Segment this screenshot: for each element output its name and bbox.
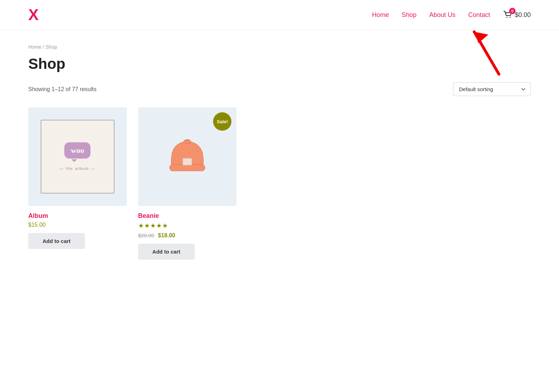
cart-price: $0.00	[515, 11, 531, 19]
product-price-beanie: $20.00 $18.00	[138, 232, 237, 239]
cart-badge: 0	[509, 8, 516, 14]
sale-badge: Sale!	[213, 112, 231, 131]
speech-bubble: woo	[64, 142, 90, 159]
nav-contact[interactable]: Contact	[468, 11, 490, 19]
beanie-svg	[164, 133, 210, 179]
album-price: $15.00	[28, 222, 46, 228]
beanie-sale-price: $18.00	[158, 232, 175, 238]
page-title: Shop	[28, 55, 531, 72]
product-card-beanie: Sale!	[138, 107, 237, 260]
album-artwork: woo — the album —	[41, 120, 114, 194]
breadcrumb-home[interactable]: Home	[28, 44, 41, 50]
product-name-album[interactable]: Album	[28, 212, 127, 220]
main-content: Home / Shop Shop Showing 1–12 of 77 resu…	[0, 30, 559, 274]
main-nav: Home Shop About Us Contact 0 $0.00	[372, 10, 531, 20]
svg-point-3	[510, 17, 511, 18]
site-header: X Home Shop About Us Contact 0 $0.00	[0, 0, 559, 30]
beanie-stars: ★★★★★	[138, 222, 237, 230]
nav-shop[interactable]: Shop	[402, 11, 417, 19]
cart-area[interactable]: 0 $0.00	[503, 10, 531, 20]
beanie-artwork	[150, 120, 224, 194]
product-price-album: $15.00	[28, 222, 127, 228]
add-to-cart-beanie[interactable]: Add to cart	[138, 244, 195, 260]
product-image-album[interactable]: woo — the album —	[28, 107, 127, 206]
breadcrumb: Home / Shop	[28, 44, 531, 50]
album-subtitle: — the album —	[59, 166, 95, 171]
result-count: Showing 1–12 of 77 results	[28, 86, 96, 93]
nav-home[interactable]: Home	[372, 11, 389, 19]
svg-point-2	[506, 17, 507, 18]
cart-icon-wrap[interactable]: 0	[503, 10, 513, 20]
breadcrumb-separator: /	[43, 44, 46, 50]
speech-bubble-text: woo	[71, 146, 84, 155]
add-to-cart-album[interactable]: Add to cart	[28, 233, 85, 249]
product-card-album: woo — the album — Album $15.00 Add to ca…	[28, 107, 127, 260]
site-logo[interactable]: X	[28, 7, 39, 23]
breadcrumb-current: Shop	[46, 44, 57, 50]
product-name-beanie[interactable]: Beanie	[138, 212, 237, 220]
svg-rect-5	[183, 158, 192, 165]
product-image-beanie[interactable]: Sale!	[138, 107, 237, 206]
beanie-original-price: $20.00	[138, 232, 154, 238]
products-grid: woo — the album — Album $15.00 Add to ca…	[28, 107, 346, 260]
sort-select[interactable]: Default sorting Sort by popularity Sort …	[453, 82, 531, 96]
nav-about[interactable]: About Us	[429, 11, 455, 19]
shop-toolbar: Showing 1–12 of 77 results Default sorti…	[28, 82, 531, 96]
